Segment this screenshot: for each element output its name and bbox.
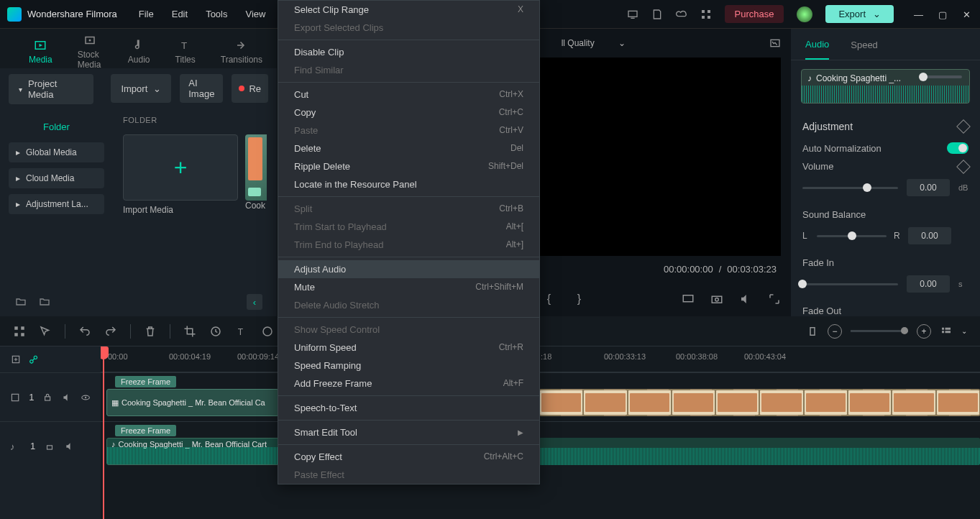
preview-quality-dropdown[interactable]: ll Quality ⌄: [562, 38, 626, 48]
zoom-out-icon[interactable]: −: [828, 324, 842, 339]
display-icon[interactable]: [682, 293, 695, 306]
import-button[interactable]: Import ⌄: [111, 74, 171, 103]
fadein-slider[interactable]: [802, 283, 898, 285]
menu-item-disable-clip[interactable]: Disable Clip: [278, 43, 539, 61]
menu-item-mute[interactable]: MuteCtrl+Shift+M: [278, 278, 539, 296]
record-button[interactable]: Re: [232, 74, 268, 103]
timeline-options-icon[interactable]: [13, 325, 26, 338]
timeline-ruler[interactable]: 00:0000:00:04:1900:00:09:14:1800:00:33:1…: [101, 346, 980, 372]
tab-stock-media[interactable]: Stock Media: [78, 34, 103, 70]
video-track[interactable]: Freeze Frame ▦Cooking Spaghetti _ Mr. Be…: [101, 372, 980, 421]
freeze-frame-tag[interactable]: Freeze Frame: [115, 376, 176, 387]
sidebar-item-cloud-media[interactable]: ▸ Cloud Media: [9, 168, 104, 188]
tab-media[interactable]: Media: [29, 39, 52, 65]
close-button[interactable]: ✕: [963, 9, 973, 19]
fullscreen-icon[interactable]: [768, 293, 781, 306]
media-clip-tile[interactable]: Cook: [245, 134, 267, 215]
menu-item-cut[interactable]: CutCtrl+X: [278, 86, 539, 104]
audio-clip-widget[interactable]: ♪ Cooking Spaghetti _...: [801, 69, 970, 104]
tab-titles[interactable]: T Titles: [175, 39, 196, 65]
menu-file[interactable]: File: [139, 9, 154, 19]
auto-norm-toggle[interactable]: [947, 142, 968, 154]
sidebar-item-global-media[interactable]: ▸ Global Media: [9, 142, 104, 162]
link-icon[interactable]: ⚯: [25, 352, 42, 368]
menu-item-ripple-delete[interactable]: Ripple DeleteShift+Del: [278, 157, 539, 175]
redo-icon[interactable]: [104, 325, 117, 338]
marker-end-icon[interactable]: }: [573, 293, 586, 306]
apps-icon[interactable]: [700, 9, 712, 20]
menu-item-speech-to-text[interactable]: Speech-to-Text: [278, 399, 539, 417]
menu-item-adjust-audio[interactable]: Adjust Audio: [278, 260, 539, 278]
ai-image-button[interactable]: AI Image: [180, 74, 223, 103]
user-avatar[interactable]: [797, 6, 812, 22]
inspector-tab-audio[interactable]: Audio: [805, 29, 829, 60]
balance-slider[interactable]: [817, 235, 887, 237]
folder-icon[interactable]: [38, 296, 51, 308]
menu-item-smart-edit-tool[interactable]: Smart Edit Tool▶: [278, 423, 539, 441]
audio-clip[interactable]: ♪Cooking Spaghetti _ Mr. Bean Official C…: [106, 438, 283, 465]
video-clip[interactable]: ▦Cooking Spaghetti _ Mr. Bean Official C…: [106, 389, 279, 416]
volume-value[interactable]: 0.00: [907, 179, 950, 196]
fadein-value[interactable]: 0.00: [907, 275, 950, 293]
audio-clip-continued[interactable]: [539, 438, 980, 465]
audio-track[interactable]: Freeze Frame ♪Cooking Spaghetti _ Mr. Be…: [101, 421, 980, 470]
reset-volume-icon[interactable]: [956, 160, 971, 174]
inspector-tab-speed[interactable]: Speed: [851, 29, 878, 59]
collapse-sidebar-button[interactable]: ‹: [247, 294, 262, 310]
menu-item-delete[interactable]: DeleteDel: [278, 139, 539, 157]
delete-icon[interactable]: [144, 325, 157, 338]
new-folder-icon[interactable]: [14, 296, 27, 308]
zoom-in-icon[interactable]: +: [917, 324, 931, 339]
device-icon[interactable]: [627, 9, 638, 20]
mute-icon[interactable]: [62, 392, 72, 403]
menu-item-copy[interactable]: CopyCtrl+C: [278, 104, 539, 121]
sidebar-item-adjustment-layer[interactable]: ▸ Adjustment La...: [9, 194, 104, 214]
crop-icon[interactable]: [183, 325, 196, 338]
undo-icon[interactable]: [78, 325, 91, 338]
menu-view[interactable]: View: [245, 9, 265, 19]
freeze-frame-tag[interactable]: Freeze Frame: [115, 425, 176, 436]
speed-icon[interactable]: [209, 325, 222, 338]
menu-item-add-freeze-frame[interactable]: Add Freeze FrameAlt+F: [278, 375, 539, 392]
menu-tools[interactable]: Tools: [206, 9, 227, 19]
snapshot-icon[interactable]: [769, 37, 781, 49]
maximize-button[interactable]: ▢: [938, 9, 948, 19]
video-track-header[interactable]: 1: [0, 372, 101, 421]
camera-icon[interactable]: [710, 293, 723, 306]
lock-icon[interactable]: [44, 441, 55, 451]
visibility-icon[interactable]: [81, 392, 91, 403]
balance-value[interactable]: 0.00: [908, 227, 951, 244]
playhead[interactable]: [103, 346, 104, 519]
minimize-button[interactable]: —: [914, 9, 924, 19]
menu-item-select-clip-range[interactable]: Select Clip RangeX: [278, 1, 539, 19]
volume-slider[interactable]: [802, 187, 898, 189]
menu-edit[interactable]: Edit: [172, 9, 188, 19]
video-clip-filmstrip[interactable]: [539, 389, 980, 416]
menu-item-locate-in-the-resource-panel[interactable]: Locate in the Resource Panel: [278, 175, 539, 193]
mark-in-icon[interactable]: [806, 325, 819, 338]
zoom-slider[interactable]: [851, 330, 908, 332]
save-icon[interactable]: [651, 9, 663, 20]
tab-audio[interactable]: Audio: [128, 39, 150, 65]
reset-adjustment-icon[interactable]: [956, 119, 971, 134]
purchase-button[interactable]: Purchase: [725, 5, 784, 23]
timeline-tracks[interactable]: 00:0000:00:04:1900:00:09:14:1800:00:33:1…: [101, 346, 980, 519]
clip-mini-slider[interactable]: [919, 75, 962, 78]
import-media-tile[interactable]: + Import Media: [123, 134, 238, 215]
project-media-dropdown[interactable]: ▾ Project Media: [9, 74, 93, 104]
color-tool-icon[interactable]: [261, 325, 274, 338]
tab-transitions[interactable]: Transitions: [221, 39, 262, 65]
text-tool-icon[interactable]: T: [235, 325, 248, 338]
marker-icon[interactable]: {: [543, 293, 556, 306]
export-button[interactable]: Export ⌄: [825, 5, 894, 23]
timeline-view-icon[interactable]: [940, 325, 953, 338]
menu-item-copy-effect[interactable]: Copy EffectCtrl+Alt+C: [278, 448, 539, 466]
add-track-icon[interactable]: [10, 354, 22, 364]
selection-tool-icon[interactable]: [39, 325, 52, 338]
menu-item-speed-ramping[interactable]: Speed Ramping: [278, 357, 539, 375]
audio-track-header[interactable]: ♪ 1: [0, 421, 101, 470]
volume-icon[interactable]: [739, 293, 752, 306]
menu-item-uniform-speed[interactable]: Uniform SpeedCtrl+R: [278, 339, 539, 357]
lock-icon[interactable]: [42, 392, 52, 403]
mute-icon[interactable]: [64, 441, 75, 451]
